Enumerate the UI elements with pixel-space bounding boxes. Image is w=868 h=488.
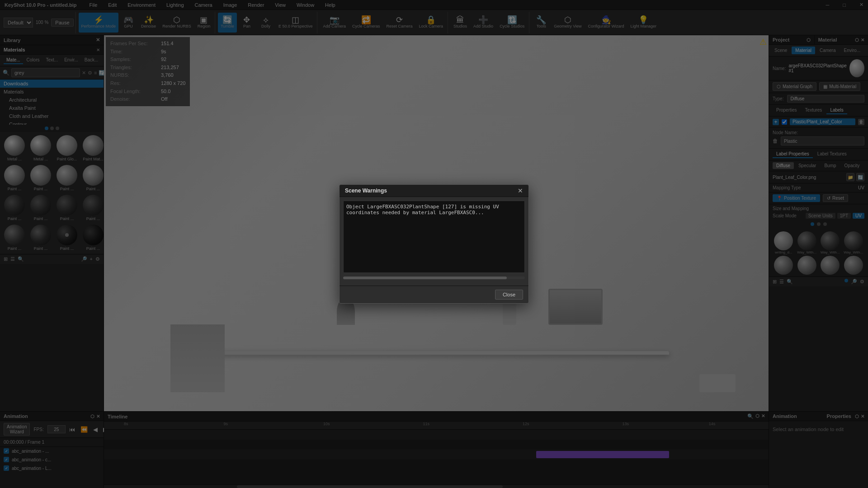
scene-warnings-dialog: Scene Warnings ✕ Close bbox=[339, 184, 529, 304]
modal-progress-fill bbox=[343, 277, 507, 279]
modal-title: Scene Warnings bbox=[345, 188, 387, 194]
modal-body bbox=[340, 197, 528, 286]
modal-message-textarea[interactable] bbox=[343, 201, 525, 273]
modal-progress-bar-container bbox=[343, 277, 525, 279]
modal-titlebar: Scene Warnings ✕ bbox=[340, 185, 528, 197]
modal-overlay[interactable]: Scene Warnings ✕ Close bbox=[0, 0, 868, 488]
modal-close-button[interactable]: Close bbox=[495, 290, 523, 300]
modal-close-x-button[interactable]: ✕ bbox=[518, 188, 523, 194]
modal-footer: Close bbox=[340, 286, 528, 303]
